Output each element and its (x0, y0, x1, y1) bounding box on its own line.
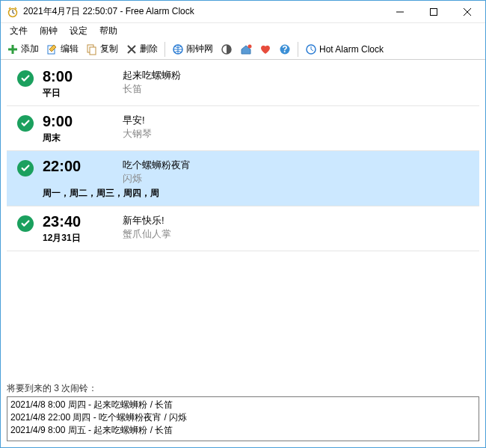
hot-alarm-button[interactable]: Hot Alarm Clock (302, 42, 387, 57)
edit-button[interactable]: 编辑 (43, 41, 81, 57)
toolbar: 添加 编辑 复制 删除 闹钟网 ? (1, 39, 485, 60)
copy-button[interactable]: 复制 (83, 41, 121, 57)
web-button[interactable]: 闹钟网 (169, 41, 216, 57)
check-icon[interactable] (17, 215, 34, 232)
alarm-text: 吃个螺蛳粉夜宵 (123, 159, 476, 172)
description-column: 起来吃螺蛳粉 长笛 (123, 67, 476, 96)
alarm-sound: 长笛 (123, 82, 476, 96)
alarm-recurrence: 12月31日 (43, 232, 114, 245)
description-column: 早安! 大钢琴 (123, 112, 476, 141)
heart-icon (259, 43, 271, 55)
alarm-recurrence: 平日 (43, 87, 114, 99)
alarm-recurrence: 周一，周二，周三，周四，周 (43, 187, 476, 200)
upcoming-label: 将要到来的 3 次闹铃： (1, 381, 485, 396)
hot-label: Hot Alarm Clock (319, 44, 384, 55)
alarm-row[interactable]: 22:00 吃个螺蛳粉夜宵 闪烁 周一，周二，周三，周四，周 (7, 151, 479, 206)
help-button[interactable]: ? (276, 42, 294, 57)
upcoming-line: 2021/4/8 22:00 周四 - 吃个螺蛳粉夜宵 / 闪烁 (10, 411, 476, 424)
upcoming-line: 2021/4/8 8:00 周四 - 起来吃螺蛳粉 / 长笛 (10, 399, 476, 411)
add-label: 添加 (21, 43, 39, 55)
description-column: 吃个螺蛳粉夜宵 闪烁 (123, 157, 476, 185)
home-icon (240, 43, 252, 55)
pencil-icon (46, 43, 58, 55)
alarm-time: 23:40 (43, 212, 114, 230)
alarm-sound: 闪烁 (123, 172, 476, 185)
alarm-time: 9:00 (43, 112, 114, 130)
time-column: 8:00平日 (43, 67, 114, 99)
svg-rect-4 (90, 47, 96, 55)
close-button[interactable] (450, 1, 484, 22)
title-bar[interactable]: 2021年4月7日 22:50:07 - Free Alarm Clock (1, 1, 485, 23)
alarm-recurrence: 周末 (43, 132, 114, 144)
delete-button[interactable]: 删除 (123, 41, 161, 57)
alarm-row[interactable]: 23:4012月31日 新年快乐! 蟹爪仙人掌 (7, 206, 479, 251)
description-column: 新年快乐! 蟹爪仙人掌 (123, 212, 476, 241)
edit-label: 编辑 (61, 43, 79, 55)
heart-button[interactable] (256, 42, 274, 57)
check-icon[interactable] (17, 70, 34, 87)
alarm-text: 早安! (123, 114, 476, 127)
alarm-time: 8:00 (43, 67, 114, 85)
toolbar-separator (298, 42, 298, 57)
contrast-button[interactable] (218, 42, 236, 57)
time-column: 9:00周末 (43, 112, 114, 144)
svg-point-7 (248, 44, 252, 48)
plus-icon (7, 43, 19, 55)
minimize-button[interactable] (383, 1, 416, 22)
svg-text:?: ? (282, 44, 287, 55)
x-icon (126, 43, 138, 55)
menu-file[interactable]: 文件 (4, 23, 34, 39)
alarm-time: 22:00 (43, 157, 114, 175)
help-icon: ? (279, 43, 291, 55)
app-window: 2021年4月7日 22:50:07 - Free Alarm Clock 文件… (0, 0, 486, 448)
copy-label: 复制 (100, 43, 118, 55)
check-icon[interactable] (17, 160, 34, 177)
app-icon (7, 6, 19, 18)
alarm-list[interactable]: 8:00平日 起来吃螺蛳粉 长笛 9:00周末 早安! 大钢琴 22:00 (1, 60, 485, 381)
check-icon[interactable] (17, 115, 34, 132)
alarm-text: 新年快乐! (123, 214, 476, 227)
contrast-icon (221, 43, 233, 55)
time-column: 22:00 (43, 157, 114, 185)
copy-icon (86, 43, 98, 55)
toolbar-separator (164, 42, 165, 57)
delete-label: 删除 (140, 43, 158, 55)
menu-bar: 文件 闹钟 设定 帮助 (1, 23, 485, 39)
alarm-text: 起来吃螺蛳粉 (123, 69, 476, 82)
svg-rect-1 (430, 8, 437, 15)
alarm-sound: 大钢琴 (123, 127, 476, 141)
add-button[interactable]: 添加 (4, 41, 42, 57)
time-column: 23:4012月31日 (43, 212, 114, 245)
globe-icon (172, 43, 184, 55)
upcoming-box[interactable]: 2021/4/8 8:00 周四 - 起来吃螺蛳粉 / 长笛2021/4/8 2… (7, 396, 479, 441)
alarm-row[interactable]: 9:00周末 早安! 大钢琴 (7, 106, 479, 151)
web-label: 闹钟网 (186, 43, 213, 55)
maximize-button[interactable] (416, 1, 450, 22)
clock-icon (305, 43, 317, 55)
menu-settings[interactable]: 设定 (64, 23, 93, 39)
alarm-row[interactable]: 8:00平日 起来吃螺蛳粉 长笛 (7, 61, 479, 106)
window-title: 2021年4月7日 22:50:07 - Free Alarm Clock (23, 5, 383, 18)
alarm-sound: 蟹爪仙人掌 (123, 227, 476, 241)
window-controls (383, 1, 484, 22)
home-button[interactable] (237, 42, 255, 57)
menu-alarm[interactable]: 闹钟 (34, 23, 64, 39)
upcoming-line: 2021/4/9 8:00 周五 - 起来吃螺蛳粉 / 长笛 (10, 424, 476, 437)
menu-help[interactable]: 帮助 (93, 23, 123, 39)
